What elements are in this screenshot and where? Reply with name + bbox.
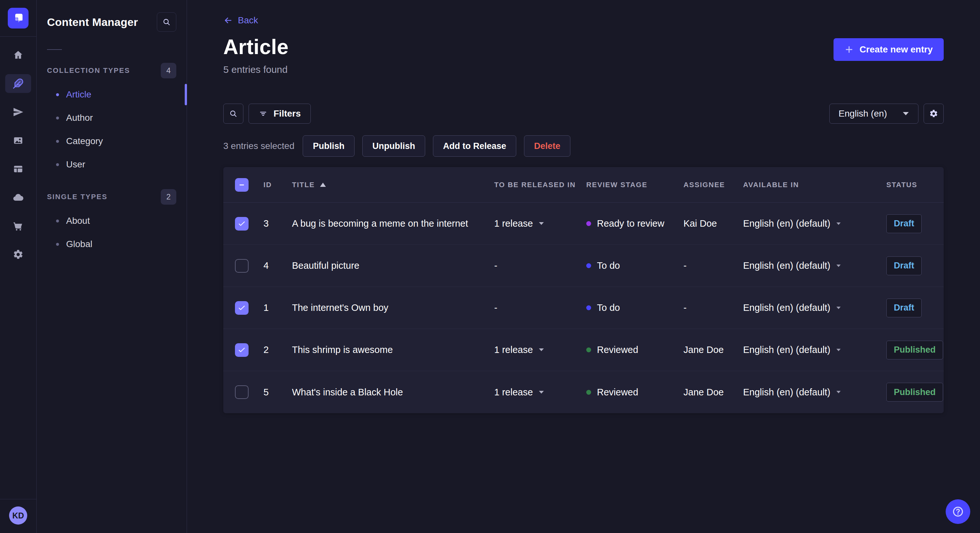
row-available-in[interactable]: English (en) (default) <box>743 344 886 355</box>
column-status[interactable]: STATUS <box>886 181 944 189</box>
stage-dot-icon <box>586 347 591 352</box>
filter-icon <box>259 109 268 118</box>
paper-plane-icon <box>13 106 24 117</box>
back-link[interactable]: Back <box>223 15 258 25</box>
row-release-cell[interactable]: 1 release <box>494 344 586 355</box>
row-assignee: Jane Doe <box>684 387 743 398</box>
row-checkbox[interactable] <box>235 343 248 357</box>
table-row[interactable]: 3 A bug is becoming a meme on the intern… <box>223 203 944 245</box>
avatar-initials: KD <box>12 511 24 520</box>
sidebar-item[interactable]: User <box>47 153 176 176</box>
publish-button[interactable]: Publish <box>303 135 355 157</box>
row-id: 4 <box>264 260 292 271</box>
column-id[interactable]: ID <box>264 181 292 189</box>
entries-table: ID TITLE TO BE RELEASED IN REVIEW STAGE … <box>223 167 944 413</box>
main-content: Back Create new entry Article 5 entries … <box>187 0 980 533</box>
row-title: The internet's Own boy <box>292 303 494 313</box>
column-released[interactable]: TO BE RELEASED IN <box>494 181 586 189</box>
status-badge: Draft <box>886 257 922 275</box>
table-row[interactable]: 2 This shrimp is awesome 1 release Revie… <box>223 329 944 371</box>
help-button[interactable] <box>946 499 970 524</box>
chevron-down-icon <box>836 306 841 309</box>
row-checkbox[interactable] <box>235 217 248 230</box>
nav-rail: KD <box>0 0 37 533</box>
select-all-checkbox[interactable] <box>235 178 248 192</box>
delete-button[interactable]: Delete <box>524 135 570 157</box>
row-assignee: Jane Doe <box>684 344 743 355</box>
nav-media-library[interactable] <box>5 131 31 150</box>
gear-icon <box>929 109 938 118</box>
nav-deploy[interactable] <box>5 188 31 207</box>
section-count-badge: 4 <box>161 63 176 78</box>
section-label: COLLECTION TYPES <box>47 67 130 75</box>
sidebar-item[interactable]: Category <box>47 130 176 153</box>
column-title[interactable]: TITLE <box>292 181 494 189</box>
gear-icon <box>13 249 24 260</box>
row-assignee: - <box>684 303 743 313</box>
strapi-logo[interactable] <box>8 8 29 29</box>
column-review-stage[interactable]: REVIEW STAGE <box>586 181 684 189</box>
unpublish-button[interactable]: Unpublish <box>362 135 425 157</box>
sidebar-divider <box>47 49 62 50</box>
user-avatar[interactable]: KD <box>9 506 27 525</box>
row-checkbox[interactable] <box>235 385 248 399</box>
section-count-badge: 2 <box>161 189 176 205</box>
table-header-row: ID TITLE TO BE RELEASED IN REVIEW STAGE … <box>223 167 944 203</box>
row-review-stage: Ready to review <box>586 218 684 229</box>
table-row[interactable]: 5 What's inside a Black Hole 1 release R… <box>223 371 944 413</box>
nav-settings[interactable] <box>5 245 31 264</box>
row-available-in[interactable]: English (en) (default) <box>743 260 886 271</box>
view-settings-button[interactable] <box>924 104 944 124</box>
row-release-cell[interactable]: - <box>494 303 586 313</box>
sidebar-section: SINGLE TYPES 2 About Global <box>47 189 176 256</box>
table-search-button[interactable] <box>223 104 243 124</box>
chevron-down-icon <box>539 390 544 394</box>
layout-icon <box>13 163 24 174</box>
row-release-cell[interactable]: 1 release <box>494 218 586 229</box>
check-icon <box>237 304 246 312</box>
cart-icon <box>13 220 24 232</box>
sidebar-item[interactable]: Global <box>47 233 176 256</box>
section-label: SINGLE TYPES <box>47 193 108 201</box>
chevron-down-icon <box>836 264 841 268</box>
row-release-cell[interactable]: 1 release <box>494 387 586 398</box>
nav-marketplace[interactable] <box>5 217 31 235</box>
chevron-down-icon <box>836 390 841 394</box>
bullet-icon <box>56 243 59 246</box>
row-checkbox[interactable] <box>235 301 248 315</box>
row-review-stage: Reviewed <box>586 387 684 398</box>
feather-icon <box>13 78 24 89</box>
indeterminate-dash-icon <box>238 181 246 189</box>
plus-icon <box>845 45 854 54</box>
add-to-release-button[interactable]: Add to Release <box>433 135 516 157</box>
status-badge: Draft <box>886 214 922 233</box>
nav-content-manager[interactable] <box>5 74 31 93</box>
create-new-entry-button[interactable]: Create new entry <box>834 38 944 61</box>
sidebar-item[interactable]: Author <box>47 106 176 130</box>
row-release-cell[interactable]: - <box>494 260 586 271</box>
filters-button[interactable]: Filters <box>248 104 311 124</box>
table-row[interactable]: 4 Beautiful picture - To do - English (e… <box>223 245 944 287</box>
locale-select[interactable]: English (en) <box>829 104 918 124</box>
row-title: What's inside a Black Hole <box>292 387 494 398</box>
column-assignee[interactable]: ASSIGNEE <box>684 181 743 189</box>
row-available-in[interactable]: English (en) (default) <box>743 218 886 229</box>
row-id: 3 <box>264 218 292 229</box>
check-icon <box>237 219 246 228</box>
section-items: Article Author Category User <box>47 83 176 176</box>
row-available-in[interactable]: English (en) (default) <box>743 303 886 313</box>
table-row[interactable]: 1 The internet's Own boy - To do - Engli… <box>223 287 944 329</box>
sidebar-item[interactable]: Article <box>47 83 176 106</box>
strapi-logo-icon <box>12 12 24 24</box>
column-available-in[interactable]: AVAILABLE IN <box>743 181 886 189</box>
nav-home[interactable] <box>5 46 31 65</box>
row-checkbox[interactable] <box>235 259 248 273</box>
sidebar-search-button[interactable] <box>157 12 176 32</box>
row-available-in[interactable]: English (en) (default) <box>743 387 886 398</box>
nav-releases[interactable] <box>5 103 31 121</box>
nav-content-type-builder[interactable] <box>5 160 31 178</box>
sidebar-item[interactable]: About <box>47 209 176 233</box>
bullet-icon <box>56 117 59 119</box>
row-title: Beautiful picture <box>292 260 494 271</box>
bullet-icon <box>56 93 59 96</box>
